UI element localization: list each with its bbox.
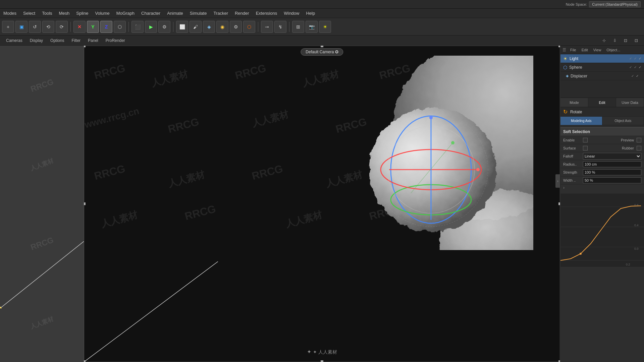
cameras-menu[interactable]: Cameras (3, 37, 26, 44)
sphere-vis-icon2[interactable]: ✓ (634, 65, 637, 69)
tab-user-data[interactable]: User Data (616, 98, 644, 107)
object-axis-tab[interactable]: Object Axis (602, 117, 644, 125)
node-space-value[interactable]: Current (Standard/Physical) (589, 1, 641, 7)
object-menu-right[interactable]: Object... (605, 46, 622, 54)
view-icon3[interactable]: ⊡ (621, 37, 631, 44)
displacer-vis-icon1[interactable]: ✓ (631, 74, 634, 78)
redo-button[interactable]: ⟳ (56, 21, 68, 33)
menu-render[interactable]: Render (231, 9, 253, 18)
display-menu[interactable]: Display (26, 37, 46, 44)
preview-checkbox[interactable] (637, 138, 641, 142)
prorender-menu[interactable]: ProRender (102, 37, 128, 44)
view-menu-right[interactable]: View (592, 46, 603, 54)
radius-input[interactable]: 100 cm (583, 161, 641, 167)
light-vis-icon3[interactable]: ✓ (639, 57, 641, 60)
poly-tool[interactable]: ◈ (203, 21, 215, 33)
width-label: Width .. (563, 178, 582, 182)
view-icon4[interactable]: ⊡ (631, 37, 641, 44)
displacer-vis-icon2[interactable]: ✓ (636, 74, 639, 78)
sep2 (128, 22, 129, 32)
filter-menu[interactable]: Filter (68, 37, 84, 44)
z-axis-button[interactable]: Z (100, 21, 112, 33)
displacer-object-icon: ◈ (566, 74, 569, 78)
y-axis-button[interactable]: Y (87, 21, 99, 33)
sphere-object-icon: ⬡ (563, 65, 567, 70)
surface-label: Surface (563, 146, 582, 150)
settings-button[interactable]: ⚙ (158, 21, 170, 33)
object-row-sphere[interactable]: ⬡ Sphere ✓ ✓ ✓ (560, 63, 644, 72)
panel-menu[interactable]: Panel (85, 37, 102, 44)
camera-button[interactable]: 📷 (306, 21, 318, 33)
menu-window[interactable]: Window (280, 9, 303, 18)
light-icon-btn[interactable]: ☀ (319, 21, 331, 33)
svg-line-0 (0, 241, 84, 308)
main-layout: RRCG 人人素材 RRCG 人人素材 Default Camera (0, 46, 644, 362)
svg-point-17 (84, 360, 86, 362)
menu-tracker[interactable]: Tracker (210, 9, 231, 18)
right-panel-header: ☰ File Edit View Object... (560, 46, 644, 54)
edit-menu-right[interactable]: Edit (580, 46, 589, 54)
expand-more-icon[interactable]: › (563, 185, 565, 190)
view-icon1[interactable]: ⊹ (599, 37, 609, 44)
new-button[interactable]: + (2, 21, 14, 33)
menu-animate[interactable]: Animate (164, 9, 186, 18)
soft-selection-title: Soft Selection (560, 127, 644, 136)
menu-mesh[interactable]: Mesh (56, 9, 73, 18)
svg-point-26 (580, 253, 582, 255)
save-button[interactable]: ↺ (29, 21, 41, 33)
loop-tool[interactable]: ↯ (274, 21, 286, 33)
menu-spline[interactable]: Spline (73, 9, 92, 18)
clone-tool[interactable]: ⬡ (243, 21, 255, 33)
menu-select[interactable]: Select (20, 9, 39, 18)
menu-character[interactable]: Character (138, 9, 164, 18)
menu-tools[interactable]: Tools (39, 9, 55, 18)
view-icon2[interactable]: ⇩ (610, 37, 620, 44)
object-row-light[interactable]: ☀ Light ✓ ✓ ✓ (560, 54, 644, 63)
menu-extensions[interactable]: Extensions (253, 9, 281, 18)
bend-tool[interactable]: ◉ (216, 21, 228, 33)
mode-tabs: Mode Edit User Data (560, 98, 644, 107)
sphere-vis-icon3[interactable]: ✓ (639, 65, 641, 69)
strength-input[interactable]: 100 % (583, 169, 641, 175)
svg-line-16 (84, 261, 218, 362)
light-vis-icon2[interactable]: ✓ (634, 57, 637, 60)
cube-tool[interactable]: ⬜ (176, 21, 188, 33)
sphere-vis-icon1[interactable]: ✓ (629, 65, 632, 69)
menu-help[interactable]: Help (303, 9, 318, 18)
sep1 (70, 22, 71, 32)
axis-tabs: Modeling Axis Object Axis (560, 117, 644, 125)
main-toolbar: + ▣ ↺ ⟲ ⟳ ✕ Y Z ⬡ ⬛ ▶ ⚙ ⬜ 🖌 ◈ ◉ ⚙ ⬡ ⊸ ↯ … (0, 18, 644, 36)
right-panel: ☰ File Edit View Object... ☀ Light ✓ ✓ ✓… (560, 46, 644, 362)
light-vis-icon1[interactable]: ✓ (629, 57, 632, 60)
play-button[interactable]: ▶ (145, 21, 157, 33)
object-list: ☀ Light ✓ ✓ ✓ ⬡ Sphere ✓ ✓ ✓ ◈ Displacer… (560, 54, 644, 98)
x-axis-button[interactable]: ✕ (73, 21, 86, 33)
menu-simulate[interactable]: Simulate (186, 9, 210, 18)
svg-text:0.2: 0.2 (626, 263, 630, 266)
menu-modes[interactable]: Modes (0, 9, 20, 18)
undo-button[interactable]: ⟲ (42, 21, 54, 33)
object-row-displacer[interactable]: ◈ Displacer ✓ ✓ (560, 72, 644, 80)
brush-tool[interactable]: 🖌 (190, 21, 202, 33)
modeling-axis-tab[interactable]: Modeling Axis (560, 117, 602, 125)
surface-checkbox[interactable] (583, 146, 588, 150)
file-menu-right[interactable]: File (569, 46, 578, 54)
options-menu[interactable]: Options (47, 37, 67, 44)
render-region[interactable]: ⬛ (131, 21, 144, 33)
world-button[interactable]: ⬡ (114, 21, 126, 33)
knife-tool[interactable]: ⊸ (261, 21, 273, 33)
width-input[interactable]: 50 % (583, 177, 641, 183)
viewport[interactable]: Default Camera ✪ RRCG 人人素材 RRCG 人人素材 RRC… (84, 46, 560, 362)
svg-text:0.4: 0.4 (634, 224, 639, 227)
weight-tool[interactable]: ⚙ (230, 21, 242, 33)
menu-mograph[interactable]: MoGraph (113, 9, 138, 18)
grid-button[interactable]: ⊞ (292, 21, 304, 33)
open-button[interactable]: ▣ (15, 21, 28, 33)
expand-panel-button[interactable]: › (555, 174, 560, 188)
enable-checkbox[interactable] (583, 138, 588, 142)
falloff-select[interactable]: Linear Smooth Ease In (583, 153, 641, 160)
tab-mode[interactable]: Mode (560, 98, 588, 107)
rubber-checkbox[interactable] (637, 146, 641, 150)
menu-volume[interactable]: Volume (92, 9, 113, 18)
tab-edit[interactable]: Edit (588, 98, 616, 107)
